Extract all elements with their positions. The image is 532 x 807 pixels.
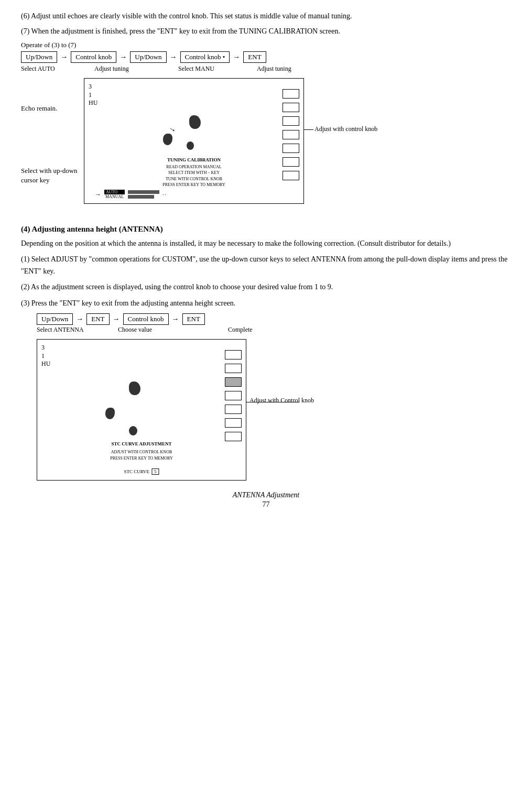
screen-num-3: 3 [89,83,97,91]
section-4-step2: (2) As the adjustment screen is displaye… [21,281,511,293]
stc-value-box: 5 [151,468,159,475]
stc-title: STC CURVE ADJUSTMENT [110,441,172,448]
flow-arrow-7: → [172,315,179,323]
flow-label-choose-value: Choose value [118,326,228,334]
diagram-1-right-labels: Adjust with control knob [304,78,409,204]
dots-area-1: ·· [162,192,167,198]
section-4-heading-text: (4) Adjusting antenna height (ANTENNA) [21,225,163,233]
adjust-knob-label-2: Adjust with Control knob [249,397,314,405]
section-4-step3: (3) Press the "ENT" key to exit from the… [21,298,511,309]
diagram-2-right-labels: Adjust with Control knob [246,339,351,465]
diagram-1-left-labels: Echo remain. Select with up-downcursor k… [21,78,84,214]
screen-top-left-2: 3 1 HU [41,344,50,368]
flow-box-updown-2: Up/Down [130,51,166,63]
caption: ANTENNA Adjustment [21,491,511,499]
screen2-bottom: STC CURVE 5 [124,468,159,475]
select-cursor-label: Select with up-downcursor key [21,166,78,185]
echo-blob-3 [187,141,194,150]
flow-arrow-6: → [113,315,120,323]
screen-top-left-1: 3 1 HU [89,83,97,107]
screen2-btn-2 [225,364,242,373]
flow-arrow-3: → [170,53,177,61]
screen-btn-4 [283,130,299,139]
tuning-line4: PRESS ENTER KEY TO MEMORY [162,182,225,188]
bar-top [128,190,159,194]
screen2-btn-6 [225,418,242,428]
tuning-line3: TUNE WITH CONTROL KNOB [162,176,225,182]
bar-bottom [128,195,154,199]
flow-box-control-knob-3: Control knob [123,313,169,325]
flow-row-2: Up/Down → ENT → Control knob → ENT [37,313,511,325]
step-6-text: (6) Adjust until echoes are clearly visi… [21,10,511,21]
screen2-num-1: 1 [41,352,50,361]
step-7-text: (7) When the adjustment is finished, pre… [21,26,511,37]
flow-box-ent-3: ENT [182,313,205,325]
screen2-center-text: STC CURVE ADJUSTMENT ADJUST WITH CONTROL… [110,441,172,462]
screen2-hu: HU [41,360,50,368]
flow-label-complete: Complete [228,326,253,334]
manual-label: MANUAL [104,194,125,199]
diagram-2-screen: 3 1 HU STC CURVE ADJUSTMENT ADJU [37,339,246,481]
stc-curve-label: STC CURVE [124,469,149,474]
screen-btn-2 [283,103,299,112]
screen2-btn-5 [225,405,242,414]
screen-btn-7 [283,171,299,180]
flow-arrow-1: → [60,53,68,61]
echo-blob-1 [189,115,201,129]
echo-blob-2 [163,134,172,145]
page-number: 77 [21,500,511,509]
flow-labels-row-2: Select ANTENNA Choose value Complete [37,326,511,334]
flow-arrow-5: → [76,315,83,323]
diagram-1-screen: 3 1 HU → TUNING CALIBRATIO [84,78,304,204]
flow-box-control-knob-2: Control knob • [180,51,230,63]
screen2-num-3: 3 [41,344,50,352]
flow-label-select-auto: Select AUTO [21,65,94,73]
bottom-arrow: → [95,191,101,199]
flow-box-updown-3: Up/Down [37,313,73,325]
screen2-btn-7 [225,432,242,441]
flow-label-select-manu: Select MANU [178,65,257,73]
flow-box-ent-1: ENT [243,51,266,63]
stc-line1: ADJUST WITH CONTROL KNOB [110,449,172,455]
screen2-btn-1 [225,350,242,359]
screen-center-text-1: TUNING CALIBRATION READ OPERATION MANUAL… [162,157,225,188]
flow-labels-row-1: Select AUTO Adjust tuning Select MANU Ad… [21,65,511,73]
section-4-heading: (4) Adjusting antenna height (ANTENNA) [21,225,511,234]
tuning-line1: READ OPERATION MANUAL [162,164,225,170]
flow-label-adjust-tuning-2: Adjust tuning [257,65,291,73]
diagram-2-container: 3 1 HU STC CURVE ADJUSTMENT ADJU [37,339,511,481]
screen-hu: HU [89,99,97,107]
screen-btn-6 [283,157,299,167]
auto-manual-block: AUTO MANUAL [104,190,125,199]
flow-arrow-2: → [120,53,127,61]
screen-bottom-bar-1: → AUTO MANUAL ·· [95,190,167,199]
echo2-blob-1 [129,381,140,395]
flow-arrow-4: → [233,53,240,61]
screen-btn-1 [283,89,299,99]
flow-row-1: Up/Down → Control knob → Up/Down → Contr… [21,51,511,63]
step-6-block: (6) Adjust until echoes are clearly visi… [21,10,511,21]
section-4-step1: (1) Select ADJUST by "common operations … [21,254,511,277]
screen-buttons-right-1 [283,89,299,180]
screen-btn-5 [283,144,299,153]
flow-label-adjust-tuning-1: Adjust tuning [94,65,178,73]
screen-buttons-right-2 [225,350,242,441]
stc-line2: PRESS ENTER KEY TO MEMORY [110,455,172,462]
diagram-1-container: Echo remain. Select with up-downcursor k… [21,78,511,214]
adjust-knob-label-1: Adjust with control knob [314,125,377,133]
auto-label: AUTO [104,190,125,194]
section-4-para1: Depending on the position at which the a… [21,238,511,249]
tuning-line2: SELECT ITEM WITH ·· KEY [162,170,225,176]
screen-btn-3 [283,116,299,126]
echo2-blob-3 [129,426,137,435]
screen2-btn-3-highlight [225,377,242,387]
page-content: (6) Adjust until echoes are clearly visi… [21,10,511,509]
echo-remain-label: Echo remain. [21,104,57,113]
bar-area [128,190,159,199]
flow-label-select-antenna: Select ANTENNA [37,326,118,334]
flow-box-updown-1: Up/Down [21,51,57,63]
screen-num-1: 1 [89,91,97,100]
tuning-title: TUNING CALIBRATION [162,157,225,163]
operate-label: Operate of (3) to (7) [21,41,511,49]
anno-line-1 [304,129,313,130]
